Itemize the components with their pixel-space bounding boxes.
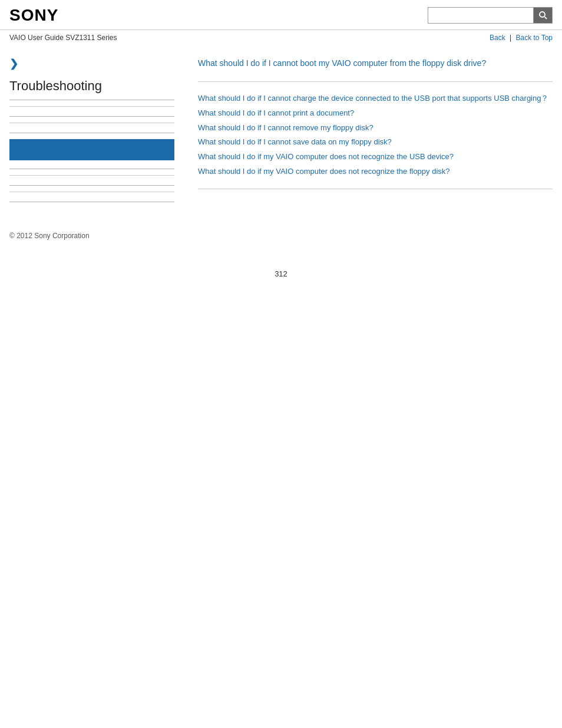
search-icon: [538, 11, 548, 20]
search-button[interactable]: [534, 7, 553, 24]
content-area: What should I do if I cannot boot my VAI…: [186, 57, 553, 208]
sidebar-item-3: [9, 175, 174, 185]
guide-title: VAIO User Guide SVZ1311 Series: [9, 34, 117, 42]
sidebar-divider-5: [9, 185, 174, 186]
content-link-3[interactable]: What should I do if I cannot save data o…: [198, 137, 392, 146]
sub-header: VAIO User Guide SVZ1311 Series Back | Ba…: [0, 30, 562, 45]
search-input[interactable]: [428, 7, 534, 24]
sidebar-title: Troubleshooting: [9, 78, 174, 94]
sidebar-item-1: [9, 106, 174, 116]
nav-links: Back | Back to Top: [490, 34, 553, 42]
content-link-4[interactable]: What should I do if my VAIO computer doe…: [198, 152, 454, 161]
sidebar-item-4: [9, 192, 174, 202]
chevron-icon[interactable]: ❯: [9, 57, 174, 70]
copyright: © 2012 Sony Corporation: [9, 232, 90, 240]
page-header: SONY: [0, 0, 562, 30]
sidebar-item-2: [9, 123, 174, 133]
sidebar-divider-2: [9, 116, 174, 117]
list-item: What should I do if my VAIO computer doe…: [198, 166, 553, 178]
svg-line-1: [544, 17, 547, 19]
nav-separator: |: [510, 34, 511, 42]
list-item: What should I do if I cannot remove my f…: [198, 122, 553, 134]
content-divider-bottom: [198, 189, 553, 189]
links-list: What should I do if I cannot charge the …: [198, 93, 553, 178]
search-area: [428, 7, 553, 24]
sidebar-divider-6: [9, 202, 174, 202]
sidebar-divider-1: [9, 100, 174, 100]
sidebar-divider-3: [9, 133, 174, 133]
list-item: What should I do if I cannot save data o…: [198, 136, 553, 149]
list-item: What should I do if I cannot charge the …: [198, 93, 553, 105]
sidebar: ❯ Troubleshooting: [9, 57, 186, 208]
svg-point-0: [540, 12, 545, 17]
sidebar-highlight[interactable]: [9, 139, 174, 160]
list-item: What should I do if I cannot print a doc…: [198, 107, 553, 120]
main-content: ❯ Troubleshooting What should I do if I …: [0, 45, 562, 208]
sidebar-spacer: [9, 163, 174, 169]
sidebar-divider-4: [9, 169, 174, 169]
page-number: 312: [0, 252, 562, 290]
back-to-top-link[interactable]: Back to Top: [516, 34, 553, 42]
content-divider-top: [198, 81, 553, 82]
list-item: What should I do if my VAIO computer doe…: [198, 151, 553, 163]
content-link-2[interactable]: What should I do if I cannot remove my f…: [198, 123, 373, 132]
sony-logo: SONY: [9, 6, 58, 25]
back-link[interactable]: Back: [490, 34, 505, 42]
content-link-5[interactable]: What should I do if my VAIO computer doe…: [198, 167, 450, 176]
footer: © 2012 Sony Corporation: [0, 208, 562, 252]
content-link-1[interactable]: What should I do if I cannot print a doc…: [198, 108, 354, 117]
main-content-link[interactable]: What should I do if I cannot boot my VAI…: [198, 57, 553, 70]
content-link-0[interactable]: What should I do if I cannot charge the …: [198, 94, 548, 103]
